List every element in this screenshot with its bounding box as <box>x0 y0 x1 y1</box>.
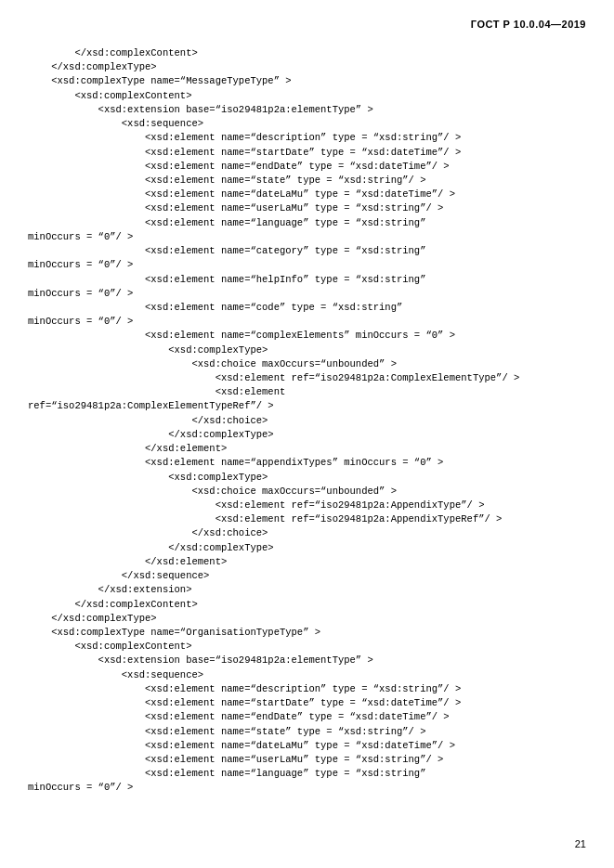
document-title: ГОСТ Р 10.0.04—2019 <box>471 19 586 30</box>
code-line-42: <xsd:complexType name=“OrganisationTypeT… <box>28 627 320 638</box>
page-number: 21 <box>575 838 586 849</box>
code-line-18: minOccurs = “0”/ > <box>28 288 133 299</box>
code-line-14: minOccurs = “0”/ > <box>28 231 133 242</box>
code-line-53: minOccurs = “0”/ > <box>28 782 133 793</box>
code-line-26: ref=“iso29481p2a:ComplexElementTypeRef”/… <box>28 400 274 411</box>
code-line-50: <xsd:element name=“dateLaMu” type = “xsd… <box>28 740 455 751</box>
code-line-17: <xsd:element name=“helpInfo” type = “xsd… <box>28 274 425 285</box>
code-line-45: <xsd:sequence> <box>28 669 203 680</box>
code-line-51: <xsd:element name=“userLaMu” type = “xsd… <box>28 754 443 765</box>
code-line-27: </xsd:choice> <box>28 415 268 426</box>
code-line-8: <xsd:element name=“startDate” type = “xs… <box>28 147 461 158</box>
page-header: ГОСТ Р 10.0.04—2019 <box>28 19 586 30</box>
page-footer: 21 <box>575 838 586 849</box>
code-line-52: <xsd:element name=“language” type = “xsd… <box>28 768 425 779</box>
code-line-11: <xsd:element name=“dateLaMu” type = “xsd… <box>28 188 455 200</box>
code-line-44: <xsd:extension base=“iso29481p2a:element… <box>28 654 373 666</box>
code-line-25: <xsd:element <box>28 386 285 397</box>
code-line-6: <xsd:sequence> <box>28 118 203 129</box>
code-content: </xsd:complexContent> </xsd:complexType>… <box>28 46 586 796</box>
code-line-49: <xsd:element name=“state” type = “xsd:st… <box>28 726 425 737</box>
code-line-5: <xsd:extension base=“iso29481p2a:element… <box>28 104 373 115</box>
code-line-39: </xsd:extension> <box>28 584 191 595</box>
code-line-20: minOccurs = “0”/ > <box>28 316 133 327</box>
code-line-13: <xsd:element name=“language” type = “xsd… <box>28 217 425 228</box>
code-line-22: <xsd:complexType> <box>28 344 268 356</box>
code-line-48: <xsd:element name=“endDate” type = “xsd:… <box>28 711 450 722</box>
code-line-40: </xsd:complexContent> <box>28 599 198 610</box>
code-line-10: <xsd:element name=“state” type = “xsd:st… <box>28 175 425 186</box>
code-line-28: </xsd:complexType> <box>28 429 274 440</box>
code-line-29: </xsd:element> <box>28 443 227 454</box>
code-line-33: <xsd:element ref=“iso29481p2a:AppendixTy… <box>28 499 484 511</box>
code-line-3: <xsd:complexType name=“MessageTypeType” … <box>28 75 292 86</box>
code-line-1: </xsd:complexContent> <box>28 47 198 58</box>
code-line-2: </xsd:complexType> <box>28 61 157 72</box>
code-line-7: <xsd:element name=“description” type = “… <box>28 132 461 143</box>
code-line-41: </xsd:complexType> <box>28 613 157 624</box>
code-line-12: <xsd:element name=“userLaMu” type = “xsd… <box>28 202 443 214</box>
code-line-46: <xsd:element name=“description” type = “… <box>28 683 461 694</box>
code-line-36: </xsd:complexType> <box>28 542 274 553</box>
code-line-38: </xsd:sequence> <box>28 570 209 581</box>
page: ГОСТ Р 10.0.04—2019 </xsd:complexContent… <box>0 0 614 868</box>
code-line-30: <xsd:element name=“appendixTypes” minOcc… <box>28 457 443 468</box>
code-line-43: <xsd:complexContent> <box>28 641 191 652</box>
code-line-37: </xsd:element> <box>28 556 227 567</box>
code-line-16: minOccurs = “0”/ > <box>28 259 133 270</box>
code-line-15: <xsd:element name=“category” type = “xsd… <box>28 245 425 256</box>
code-line-9: <xsd:element name=“endDate” type = “xsd:… <box>28 161 450 172</box>
code-line-31: <xsd:complexType> <box>28 472 268 483</box>
code-line-34: <xsd:element ref=“iso29481p2a:AppendixTy… <box>28 513 502 525</box>
code-line-19: <xsd:element name=“code” type = “xsd:str… <box>28 302 402 313</box>
code-line-35: </xsd:choice> <box>28 527 268 538</box>
code-line-4: <xsd:complexContent> <box>28 90 191 101</box>
code-line-32: <xsd:choice maxOccurs=“unbounded” > <box>28 486 397 497</box>
code-line-23: <xsd:choice maxOccurs=“unbounded” > <box>28 358 397 369</box>
code-line-24: <xsd:element ref=“iso29481p2a:ComplexEle… <box>28 372 519 383</box>
code-line-47: <xsd:element name=“startDate” type = “xs… <box>28 697 461 708</box>
code-line-21: <xsd:element name=“complexElements” minO… <box>28 330 455 341</box>
